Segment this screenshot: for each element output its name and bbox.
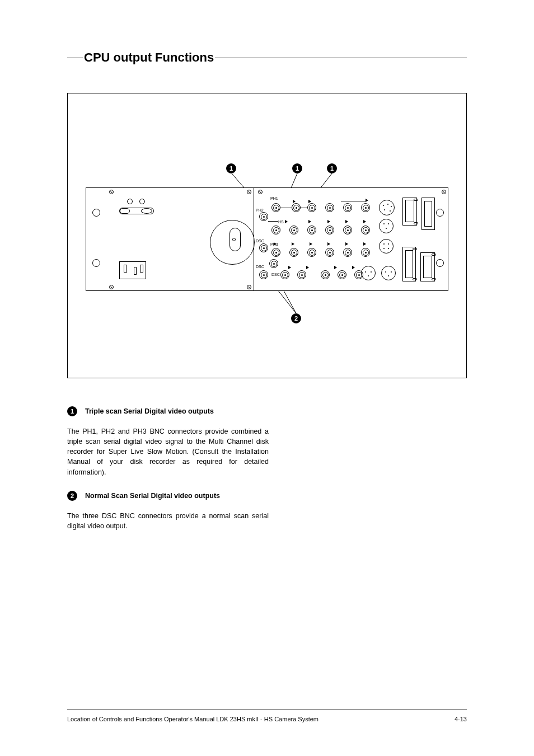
footer-right: 4-13	[455, 716, 467, 722]
screw-icon	[247, 190, 251, 194]
multipin-connector-icon	[381, 266, 396, 280]
flow-triangle-icon	[308, 200, 311, 203]
bnc-connector	[338, 270, 346, 279]
flow-triangle-icon	[327, 220, 330, 223]
switch-icon	[141, 208, 152, 214]
flow-triangle-icon	[334, 266, 337, 269]
flow-triangle-icon	[293, 200, 296, 203]
bnc-connector	[361, 203, 370, 212]
flow-triangle-icon	[285, 220, 288, 223]
mount-hole	[436, 209, 444, 217]
screw-icon	[258, 190, 263, 194]
multipin-connector-icon	[379, 200, 395, 215]
multipin-connector-icon	[379, 239, 394, 253]
pin-icon	[134, 267, 137, 275]
bnc-connector	[361, 226, 370, 234]
multipin-connector-icon	[379, 219, 394, 233]
title-rule-left	[67, 58, 83, 58]
bnc-connector	[321, 270, 330, 279]
badge-text: 1	[71, 408, 74, 415]
fan-pin-icon	[232, 238, 236, 241]
flow-triangle-icon	[363, 220, 366, 223]
flow-triangle-icon	[310, 242, 312, 246]
label-dsc: DSC	[271, 273, 280, 276]
mount-hole	[92, 259, 100, 267]
bnc-connector	[325, 203, 334, 212]
clip-icon	[432, 253, 436, 256]
clip-icon	[414, 199, 418, 201]
bnc-connector	[271, 226, 280, 234]
flow-triangle-icon	[366, 199, 368, 202]
clip-icon	[413, 278, 417, 280]
flow-triangle-icon	[288, 266, 291, 269]
section-2-body: The three DSC BNC connectors provide a n…	[67, 511, 269, 531]
pin-icon	[140, 265, 143, 273]
indicator-icon	[127, 199, 133, 204]
flow-triangle-icon	[308, 220, 311, 223]
section-2-head: 2 Normal Scan Serial Digital video outpu…	[67, 491, 269, 501]
page-title-row: CPU output Functions	[67, 50, 467, 65]
screw-icon	[247, 285, 251, 289]
clip-icon	[432, 278, 436, 280]
flow-line	[301, 208, 307, 208]
bnc-connector	[297, 270, 306, 279]
bnc-connector	[259, 270, 268, 279]
flow-triangle-icon	[327, 242, 330, 246]
mount-hole	[92, 209, 100, 217]
bnc-connector	[307, 248, 316, 257]
flow-line	[268, 221, 278, 222]
flow-triangle-icon	[274, 242, 277, 246]
label-hs: HS	[278, 220, 284, 224]
bnc-connector	[361, 248, 370, 257]
page-title: CPU output Functions	[83, 50, 215, 65]
title-rule-right	[215, 58, 467, 58]
flow-triangle-icon	[306, 266, 309, 269]
bnc-connector	[271, 248, 280, 257]
label-ph2: PH2	[256, 208, 264, 212]
label-ph1: PH1	[270, 196, 278, 200]
section-2-heading: Normal Scan Serial Digital video outputs	[85, 492, 220, 500]
flow-triangle-icon	[352, 266, 355, 269]
flow-line	[341, 201, 367, 201]
callout-1-badge-icon: 1	[67, 406, 77, 416]
label-dsc: DSC	[256, 265, 264, 269]
callout-2-badge-icon: 2	[67, 491, 77, 501]
switch-icon	[120, 208, 130, 214]
section-1-head: 1 Triple scan Serial Digital video outpu…	[67, 406, 269, 416]
section-1: 1 Triple scan Serial Digital video outpu…	[67, 406, 269, 477]
flow-triangle-icon	[345, 242, 348, 246]
bnc-connector	[259, 212, 268, 221]
bnc-connector	[259, 243, 268, 252]
bnc-connector	[343, 203, 352, 212]
bnc-connector	[271, 203, 280, 212]
rear-panel-drawing: PH1 PH2 HS PH3 DSC DSC DSC	[86, 187, 448, 299]
rect-connector-inner	[424, 201, 432, 227]
bnc-connector	[289, 248, 298, 257]
clip-icon	[414, 222, 418, 224]
bnc-connector	[280, 270, 289, 279]
diagram-figure: 1 1 1 2	[67, 93, 467, 378]
rect-connector-inner	[423, 256, 432, 278]
bnc-connector	[325, 248, 334, 257]
flow-line	[280, 208, 292, 208]
indicator-icon	[139, 199, 145, 204]
multipin-connector-icon	[361, 266, 376, 280]
bnc-connector	[343, 226, 352, 234]
page-footer: Location of Controls and Functions Opera…	[67, 710, 467, 722]
screw-icon	[109, 190, 114, 194]
flow-triangle-icon	[345, 220, 348, 223]
rect-connector-inner	[405, 250, 413, 278]
bnc-connector	[307, 203, 316, 212]
section-2: 2 Normal Scan Serial Digital video outpu…	[67, 491, 269, 531]
bnc-connector	[325, 226, 334, 234]
rect-connector-inner	[405, 200, 414, 222]
badge-text: 2	[71, 492, 74, 499]
label-dsc: DSC	[256, 239, 264, 243]
section-1-heading: Triple scan Serial Digital video outputs	[85, 407, 214, 415]
pin-icon	[124, 265, 127, 273]
clip-icon	[413, 248, 417, 250]
bnc-connector	[292, 203, 301, 212]
screw-icon	[442, 190, 446, 194]
footer-left: Location of Controls and Functions Opera…	[67, 716, 318, 722]
flow-triangle-icon	[363, 242, 366, 246]
